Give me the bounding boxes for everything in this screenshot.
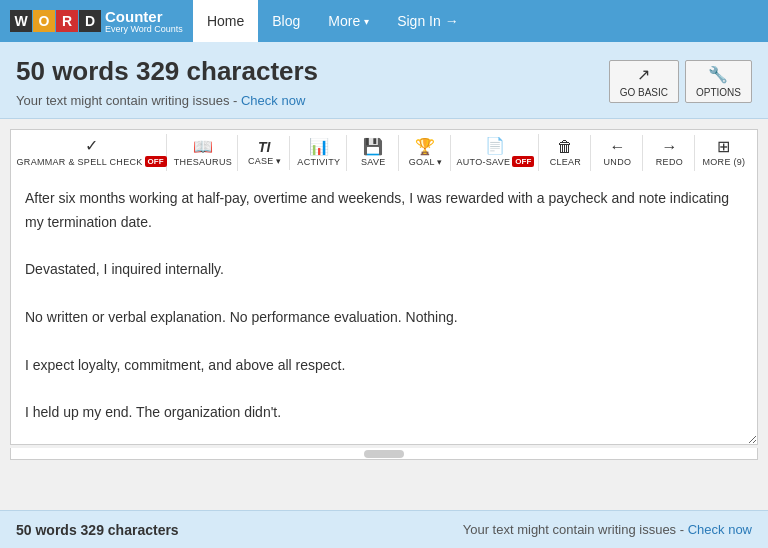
go-basic-button[interactable]: ↗ GO BASIC xyxy=(609,60,679,103)
thesaurus-label: THESAURUS xyxy=(174,157,232,167)
logo: W O R D Counter Every Word Counts xyxy=(10,8,183,34)
nav-more[interactable]: More ▾ xyxy=(314,0,383,42)
autosave-button[interactable]: 📄 AUTO-SAVE OFF xyxy=(453,134,539,171)
logo-w: W xyxy=(10,10,32,32)
options-label: OPTIONS xyxy=(696,87,741,98)
activity-button[interactable]: 📊 ACTIVITY xyxy=(292,135,347,171)
redo-icon: → xyxy=(661,139,677,155)
case-caret: ▾ xyxy=(276,156,281,166)
autosave-label-row: AUTO-SAVE OFF xyxy=(456,156,534,167)
more-icon: ⊞ xyxy=(717,139,730,155)
stats-warning: Your text might contain writing issues -… xyxy=(16,93,318,108)
save-label: SAVE xyxy=(361,157,386,167)
autosave-icon: 📄 xyxy=(485,138,505,154)
undo-icon: ← xyxy=(609,139,625,155)
logo-brand: Counter xyxy=(105,8,183,25)
autosave-badge: OFF xyxy=(512,156,534,167)
text-editor[interactable] xyxy=(10,175,758,445)
clear-icon: 🗑 xyxy=(557,139,573,155)
grammar-spell-check-button[interactable]: ✓ GRAMMAR & SPELL CHECK OFF xyxy=(17,134,167,171)
clear-label: CLEAR xyxy=(550,157,582,167)
scrollbar-area[interactable] xyxy=(10,448,758,460)
warning-text: Your text might contain writing issues - xyxy=(16,93,237,108)
thesaurus-button[interactable]: 📖 THESAURUS xyxy=(169,135,238,171)
nav-blog[interactable]: Blog xyxy=(258,0,314,42)
main-nav: Home Blog More ▾ Sign In → xyxy=(193,0,473,42)
undo-label: UNDO xyxy=(604,157,632,167)
goal-caret: ▾ xyxy=(437,157,442,167)
grammar-badge: OFF xyxy=(145,156,167,167)
go-basic-icon: ↗ xyxy=(637,65,650,84)
editor-wrap xyxy=(10,175,758,448)
activity-label: ACTIVITY xyxy=(297,157,340,167)
goal-label-row: GOAL ▾ xyxy=(409,157,442,167)
logo-d: D xyxy=(79,10,101,32)
logo-r: R xyxy=(56,10,78,32)
more-label: MORE (9) xyxy=(703,157,746,167)
nav-signin[interactable]: Sign In → xyxy=(383,0,473,42)
nav-home[interactable]: Home xyxy=(193,0,258,42)
stats-right: ↗ GO BASIC 🔧 OPTIONS xyxy=(609,60,752,103)
redo-label: REDO xyxy=(656,157,683,167)
options-button[interactable]: 🔧 OPTIONS xyxy=(685,60,752,103)
check-now-link[interactable]: Check now xyxy=(241,93,305,108)
logo-text-wrap: Counter Every Word Counts xyxy=(105,8,183,34)
main-area: ✓ GRAMMAR & SPELL CHECK OFF 📖 THESAURUS … xyxy=(0,119,768,470)
goal-icon: 🏆 xyxy=(415,139,435,155)
case-label-row: CASE ▾ xyxy=(248,156,281,166)
grammar-label-row: GRAMMAR & SPELL CHECK OFF xyxy=(17,156,167,167)
toolbar: ✓ GRAMMAR & SPELL CHECK OFF 📖 THESAURUS … xyxy=(10,129,758,175)
logo-tagline: Every Word Counts xyxy=(105,25,183,34)
logo-o: O xyxy=(33,10,55,32)
case-icon: TI xyxy=(258,140,270,154)
save-button[interactable]: 💾 SAVE xyxy=(349,135,399,171)
case-label: CASE xyxy=(248,156,274,166)
go-basic-label: GO BASIC xyxy=(620,87,668,98)
signin-icon: → xyxy=(445,13,459,29)
options-icon: 🔧 xyxy=(708,65,728,84)
stats-bar: 50 words 329 characters Your text might … xyxy=(0,42,768,119)
activity-icon: 📊 xyxy=(309,139,329,155)
scroll-thumb[interactable] xyxy=(364,450,404,458)
save-icon: 💾 xyxy=(363,139,383,155)
header: W O R D Counter Every Word Counts Home B… xyxy=(0,0,768,42)
stats-left: 50 words 329 characters Your text might … xyxy=(16,56,318,108)
grammar-label: GRAMMAR & SPELL CHECK xyxy=(17,157,143,167)
more-caret: ▾ xyxy=(364,16,369,27)
stats-title: 50 words 329 characters xyxy=(16,56,318,87)
case-button[interactable]: TI CASE ▾ xyxy=(240,136,290,170)
goal-label: GOAL xyxy=(409,157,435,167)
undo-button[interactable]: ← UNDO xyxy=(593,135,643,171)
goal-button[interactable]: 🏆 GOAL ▾ xyxy=(401,135,451,171)
more-button[interactable]: ⊞ MORE (9) xyxy=(697,135,751,171)
clear-button[interactable]: 🗑 CLEAR xyxy=(541,135,591,171)
grammar-check-icon: ✓ xyxy=(85,138,98,154)
autosave-label: AUTO-SAVE xyxy=(456,157,510,167)
thesaurus-icon: 📖 xyxy=(193,139,213,155)
redo-button[interactable]: → REDO xyxy=(645,135,695,171)
